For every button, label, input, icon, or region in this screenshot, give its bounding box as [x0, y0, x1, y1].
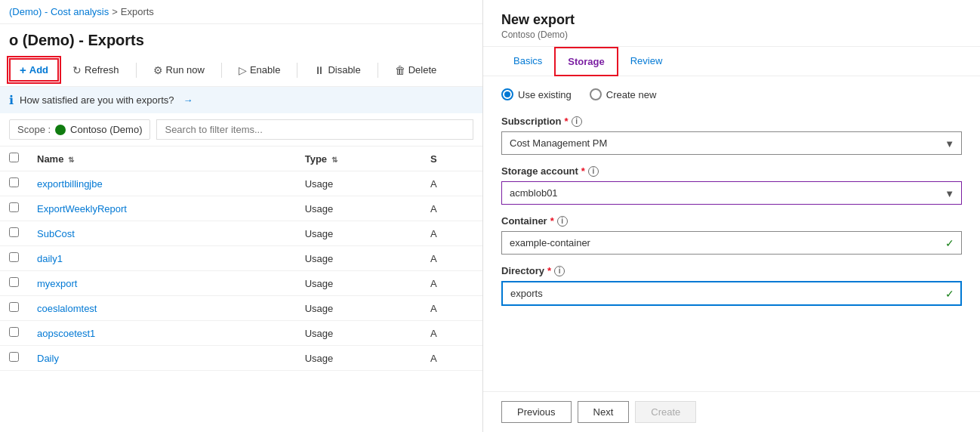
- row-type-cell: Usage: [296, 296, 421, 321]
- panel-body: Use existing Create new Subscription * i…: [483, 76, 980, 391]
- refresh-label: Refresh: [85, 64, 119, 76]
- use-existing-label: Use existing: [518, 89, 572, 100]
- tab-review[interactable]: Review: [618, 48, 675, 76]
- container-info-icon[interactable]: i: [557, 216, 568, 227]
- table-row: exportbillingjbe Usage A: [0, 171, 482, 196]
- row-checkbox-cell: [0, 271, 28, 296]
- row-name-link[interactable]: exportbillingjbe: [37, 178, 103, 190]
- scope-key-label: Scope :: [17, 124, 51, 135]
- info-link[interactable]: →: [183, 94, 193, 106]
- row-type-cell: Usage: [296, 271, 421, 296]
- row-name-cell: myexport: [28, 271, 296, 296]
- storage-account-select[interactable]: acmblob01: [501, 181, 962, 205]
- row-type-cell: Usage: [296, 221, 421, 246]
- storage-account-label: Storage account * i: [501, 165, 962, 177]
- refresh-button[interactable]: ↻ Refresh: [65, 60, 127, 80]
- row-name-link[interactable]: daily1: [37, 253, 63, 264]
- exports-table: Name ⇅ Type ⇅ S exportbillingjbe Usage A: [0, 147, 482, 371]
- scope-value-label: Contoso (Demo): [70, 124, 142, 135]
- row-checkbox-cell: [0, 221, 28, 246]
- tabs: Basics Storage Review: [483, 47, 980, 76]
- row-name-cell: ExportWeeklyReport: [28, 196, 296, 221]
- directory-info-icon[interactable]: i: [554, 266, 565, 276]
- row-status-cell: A: [421, 321, 482, 346]
- row-status-cell: A: [421, 221, 482, 246]
- scope-button[interactable]: Scope : Contoso (Demo): [9, 119, 150, 140]
- row-name-link[interactable]: coeslalomtest: [37, 303, 97, 314]
- row-name-link[interactable]: ExportWeeklyReport: [37, 203, 127, 214]
- row-status-cell: A: [421, 196, 482, 221]
- row-checkbox[interactable]: [9, 227, 19, 237]
- type-sort-icon[interactable]: ⇅: [331, 156, 337, 164]
- row-status-cell: A: [421, 171, 482, 196]
- row-checkbox[interactable]: [9, 302, 19, 312]
- disable-button[interactable]: ⏸ Disable: [307, 60, 368, 80]
- subscription-select-wrapper: Cost Management PM ▼: [501, 131, 962, 155]
- name-sort-icon[interactable]: ⇅: [68, 156, 74, 164]
- row-name-link[interactable]: myexport: [37, 278, 77, 289]
- select-all-checkbox[interactable]: [9, 153, 19, 162]
- add-button[interactable]: + Add: [9, 58, 59, 82]
- subscription-form-group: Subscription * i Cost Management PM ▼: [501, 116, 962, 155]
- run-now-button[interactable]: ⚙ Run now: [146, 60, 212, 80]
- row-name-cell: exportbillingjbe: [28, 171, 296, 196]
- subscription-info-icon[interactable]: i: [572, 116, 582, 127]
- directory-label: Directory * i: [501, 265, 962, 276]
- create-new-option[interactable]: Create new: [590, 88, 656, 100]
- row-checkbox[interactable]: [9, 327, 19, 337]
- info-circle-icon: ℹ: [9, 93, 14, 107]
- info-text: How satisfied are you with exports?: [20, 94, 174, 106]
- left-panel: (Demo) - Cost analysis > Exports o (Demo…: [0, 0, 483, 432]
- row-name-cell: coeslalomtest: [28, 296, 296, 321]
- row-name-link[interactable]: SubCost: [37, 228, 75, 239]
- row-checkbox-cell: [0, 346, 28, 371]
- search-input[interactable]: [156, 119, 473, 140]
- container-input[interactable]: [501, 231, 962, 255]
- table-row: ExportWeeklyReport Usage A: [0, 196, 482, 221]
- panel-header: New export Contoso (Demo): [483, 0, 980, 47]
- row-checkbox[interactable]: [9, 277, 19, 287]
- row-checkbox[interactable]: [9, 252, 19, 262]
- plus-icon: +: [20, 63, 26, 76]
- refresh-icon: ↻: [72, 64, 82, 76]
- container-check-icon: ✓: [945, 237, 954, 249]
- table-row: daily1 Usage A: [0, 246, 482, 271]
- page-title: o (Demo) - Exports: [0, 24, 482, 54]
- breadcrumb-current: Exports: [121, 6, 154, 17]
- subscription-select[interactable]: Cost Management PM: [501, 131, 962, 155]
- next-button[interactable]: Next: [578, 401, 630, 423]
- create-new-radio[interactable]: [590, 88, 602, 100]
- row-name-cell: aopscoetest1: [28, 321, 296, 346]
- row-name-link[interactable]: Daily: [37, 353, 59, 364]
- delete-button[interactable]: 🗑 Delete: [387, 60, 445, 80]
- toolbar: + Add ↻ Refresh ⚙ Run now ▷ Enable ⏸ Dis…: [0, 54, 482, 87]
- panel-footer: Previous Next Create: [483, 391, 980, 432]
- directory-form-group: Directory * i ✓: [501, 265, 962, 306]
- use-existing-option[interactable]: Use existing: [501, 88, 572, 100]
- breadcrumb-parent[interactable]: (Demo) - Cost analysis: [9, 6, 109, 17]
- right-panel: New export Contoso (Demo) Basics Storage…: [483, 0, 980, 432]
- enable-icon: ▷: [239, 64, 247, 76]
- enable-button[interactable]: ▷ Enable: [231, 60, 288, 80]
- row-name-cell: daily1: [28, 246, 296, 271]
- previous-button[interactable]: Previous: [501, 401, 572, 423]
- table-row: Daily Usage A: [0, 346, 482, 371]
- directory-input[interactable]: [501, 281, 962, 306]
- row-checkbox[interactable]: [9, 202, 19, 212]
- row-checkbox[interactable]: [9, 177, 19, 187]
- row-name-cell: Daily: [28, 346, 296, 371]
- table-row: aopscoetest1 Usage A: [0, 321, 482, 346]
- storage-account-required: *: [581, 165, 585, 177]
- filter-bar: Scope : Contoso (Demo): [0, 113, 482, 147]
- subscription-label: Subscription * i: [501, 116, 962, 127]
- tab-basics[interactable]: Basics: [501, 48, 554, 76]
- row-checkbox[interactable]: [9, 352, 19, 362]
- directory-input-wrapper: ✓: [501, 281, 962, 306]
- storage-account-info-icon[interactable]: i: [588, 166, 599, 177]
- row-status-cell: A: [421, 246, 482, 271]
- use-existing-radio[interactable]: [501, 88, 513, 100]
- tab-storage[interactable]: Storage: [554, 47, 618, 76]
- row-name-link[interactable]: aopscoetest1: [37, 328, 95, 339]
- name-column-header: Name ⇅: [28, 147, 296, 171]
- container-label: Container * i: [501, 215, 962, 227]
